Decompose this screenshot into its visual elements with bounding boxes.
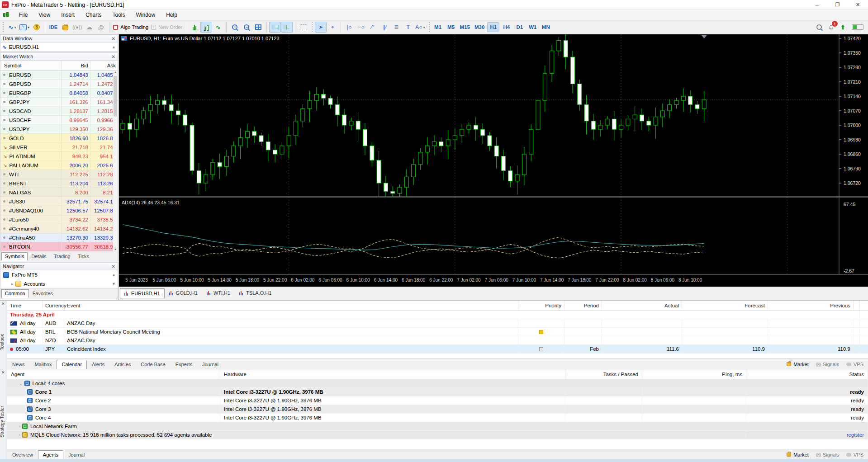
template-dropdown-button[interactable]: ∿▾ <box>18 22 31 33</box>
market-watch-row[interactable]: BITCOIN30556.7730618.98 <box>0 242 118 251</box>
tester-row[interactable]: ⌄Local: 4 cores <box>7 379 868 388</box>
timeframe-m30[interactable]: M30 <box>473 22 486 32</box>
market-watch-row[interactable]: #US3032571.7532574.15 <box>0 197 118 206</box>
market-watch-row[interactable]: ↘SILVER21.71821.744 <box>0 143 118 152</box>
expander-icon[interactable]: › <box>19 433 20 437</box>
market-watch-scrollbar[interactable]: ▲▼ <box>113 71 118 251</box>
market-watch-row[interactable]: EURGBP0.840580.84073 <box>0 89 118 98</box>
tester-row[interactable]: Core 4Intel Core i3-3227U @ 1.90GHz, 397… <box>7 414 868 422</box>
calendar-col-priority[interactable]: Priority <box>518 301 564 310</box>
tab-agents[interactable]: Agents <box>38 450 63 460</box>
close-button[interactable]: ✕ <box>848 0 868 10</box>
tester-col-agent[interactable]: Agent <box>7 369 220 379</box>
calendar-event-row[interactable]: All dayNZDANZAC Day <box>7 336 868 345</box>
col-bid[interactable]: Bid <box>62 61 90 70</box>
menu-item-window[interactable]: Window <box>131 10 161 20</box>
screenshot-button[interactable] <box>298 22 309 33</box>
market-watch-close-icon[interactable]: ✕ <box>112 54 115 59</box>
new-order-button[interactable]: +New Order <box>150 22 184 33</box>
tester-row[interactable]: ›MQL5 Cloud Network: 15 918 million task… <box>7 431 868 439</box>
expander-icon[interactable]: › <box>19 424 20 429</box>
tile-windows-button[interactable] <box>252 22 264 33</box>
chart-canvas[interactable]: EURUSD, H1: Euro vs US Dollar 1.07112 1.… <box>119 34 868 287</box>
menu-item-file[interactable]: File <box>14 10 33 20</box>
calendar-event-row[interactable]: 05:00JPYCoincident IndexFeb111.6110.9110… <box>7 345 868 354</box>
cursor-tool-button[interactable]: ➤ <box>315 22 327 33</box>
tab-news[interactable]: News <box>7 360 30 369</box>
tester-col-tasks-passed[interactable]: Tasks / Passed <box>565 369 642 379</box>
tab-details[interactable]: Details <box>28 252 50 261</box>
market-watch-row[interactable]: #ChinaA5013270.3013320.30 <box>0 233 118 242</box>
horizontal-line-tool[interactable]: ┄○ <box>355 22 367 33</box>
metaeditor-ide-button[interactable]: IDE <box>47 22 59 33</box>
tab-journal[interactable]: Journal <box>197 360 223 369</box>
restore-button[interactable]: ❐ <box>827 0 848 10</box>
status-item-signals[interactable]: ((•))Signals <box>816 362 839 367</box>
timeframe-h4[interactable]: H4 <box>500 22 512 32</box>
market-watch-row[interactable]: EURUSD1.048431.04856 <box>0 71 118 80</box>
expander-icon[interactable]: ▸ <box>11 282 14 286</box>
updates-icon[interactable]: ⬆ <box>840 24 845 31</box>
tester-row[interactable]: Core 3Intel Core i3-3227U @ 1.90GHz, 397… <box>7 405 868 414</box>
indicator-dropdown-button[interactable]: ∿▾ <box>6 22 18 33</box>
bar-chart-mode-button[interactable] <box>189 22 200 33</box>
algo-trading-button[interactable]: Algo Trading <box>112 22 150 33</box>
timeframe-m5[interactable]: M5 <box>445 22 457 32</box>
market-watch-row[interactable]: WTI112.225112.289 <box>0 170 118 179</box>
status-item-market[interactable]: Market <box>787 362 809 367</box>
menu-item-charts[interactable]: Charts <box>80 10 107 20</box>
vertical-line-tool[interactable]: |○ <box>343 22 355 33</box>
toolbar-drag-handle[interactable] <box>3 22 5 32</box>
market-watch-column-headers[interactable]: Symbol Bid Ask <box>0 61 118 71</box>
tester-row[interactable]: Core 2Intel Core i3-3227U @ 1.90GHz, 397… <box>7 396 868 405</box>
market-watch-row[interactable]: #Euro503734.223735.57 <box>0 215 118 224</box>
calendar-col-currency[interactable]: Currency <box>43 301 64 310</box>
community-button[interactable]: @ <box>95 22 107 33</box>
calendar-event-row[interactable]: All dayBRLBCB National Monetary Council … <box>7 328 868 336</box>
trendline-tool[interactable]: ∕° <box>367 22 379 33</box>
timeframe-m15[interactable]: M15 <box>458 22 472 32</box>
tab-calendar[interactable]: Calendar <box>57 360 87 369</box>
tab-journal[interactable]: Journal <box>63 450 90 460</box>
market-watch-row[interactable]: #Germany4014132.6214134.27 <box>0 224 118 233</box>
timeframe-w1[interactable]: W1 <box>526 22 539 32</box>
market-watch-row[interactable]: USDCHF0.996450.99660 <box>0 116 118 125</box>
timeframe-d1[interactable]: D1 <box>513 22 526 32</box>
timeframe-h1[interactable]: H1 <box>487 22 499 32</box>
tester-row[interactable]: Core 1Intel Core i3-3227U @ 1.90GHz, 397… <box>7 388 868 396</box>
tester-col-ping-ms[interactable]: Ping, ms <box>642 369 746 379</box>
timeframe-m1[interactable]: M1 <box>432 22 444 32</box>
menu-item-tools[interactable]: Tools <box>107 10 131 20</box>
channel-tool[interactable]: ∥∕ <box>379 22 390 33</box>
scroll-up-icon[interactable]: ▲ <box>112 45 116 49</box>
market-watch-row[interactable]: GBPUSD1.247141.24728 <box>0 80 118 89</box>
candle-chart-mode-button[interactable] <box>200 22 212 33</box>
calendar-col-event[interactable]: Event <box>64 301 518 310</box>
market-watch-row[interactable]: USDCAD1.281371.28152 <box>0 107 118 116</box>
tab-experts[interactable]: Experts <box>171 360 197 369</box>
tester-col-status[interactable]: Status <box>746 369 868 379</box>
tester-col-hardware[interactable]: Hardware <box>220 369 565 379</box>
menu-item-insert[interactable]: Insert <box>56 10 80 20</box>
tab-trading[interactable]: Trading <box>50 252 74 261</box>
shapes-dropdown[interactable]: A○▾ <box>414 22 426 33</box>
market-watch-row[interactable]: #USNDAQ10012506.5712507.82 <box>0 206 118 215</box>
market-store-button[interactable] <box>59 22 71 33</box>
navigator-accounts-item[interactable]: ▸ Accounts ▼ <box>0 279 118 288</box>
status-item-signals[interactable]: ((•))Signals <box>816 452 839 457</box>
tab-mailbox[interactable]: Mailbox <box>30 360 57 369</box>
market-watch-row[interactable]: USDJPY129.350129.364 <box>0 125 118 134</box>
chart-tab-gold-h1[interactable]: GOLD,H1 <box>165 288 202 298</box>
zoom-in-button[interactable]: + <box>229 22 241 33</box>
market-watch-row[interactable]: ↘PLATINUM948.23954.18 <box>0 152 118 161</box>
vps-cloud-button[interactable]: ☁ <box>83 22 95 33</box>
navigator-close-icon[interactable]: ✕ <box>112 264 115 269</box>
menu-item-help[interactable]: Help <box>161 10 183 20</box>
auto-scroll-button[interactable]: ░|← <box>281 22 293 33</box>
menu-item-view[interactable]: View <box>33 10 56 20</box>
tab-articles[interactable]: Articles <box>109 360 136 369</box>
price-chart-svg[interactable]: 1.074201.073501.072801.072101.071401.070… <box>119 34 868 287</box>
zoom-out-button[interactable]: − <box>241 22 252 33</box>
tester-column-headers[interactable]: AgentHardwareTasks / PassedPing, msStatu… <box>7 369 868 379</box>
tester-row[interactable]: ›Local Network Farm <box>7 422 868 431</box>
